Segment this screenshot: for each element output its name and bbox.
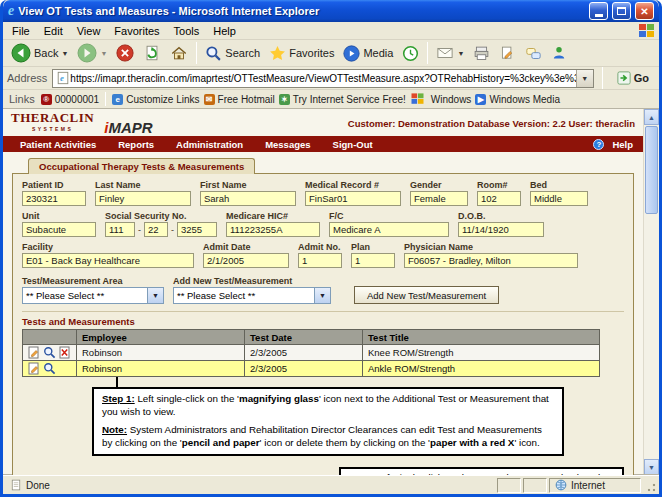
chevron-down-icon: ▼ xyxy=(147,288,163,303)
refresh-button[interactable] xyxy=(139,42,165,64)
admit-date-field: 2/1/2005 xyxy=(203,253,289,268)
link-item-windows-media[interactable]: ▶Windows Media xyxy=(475,94,560,105)
browser-viewport: THERACLINSYSTEMS iMAPR Customer: Demonst… xyxy=(3,109,659,475)
nav-administration[interactable]: Administration xyxy=(165,139,254,150)
hotmail-icon: ✉ xyxy=(204,94,215,105)
address-input[interactable]: e https://imapr.theraclin.com/imaprtest/… xyxy=(52,69,593,88)
icons-column-header xyxy=(23,330,77,345)
stop-button[interactable] xyxy=(112,42,138,64)
page-icon: e xyxy=(56,71,70,85)
menu-bar: File Edit View Favorites Tools Help xyxy=(3,22,659,40)
field-label: Bed xyxy=(530,180,588,190)
add-new-test-button[interactable]: Add New Test/Measurement xyxy=(354,286,499,304)
ssn-part-3: 3255 xyxy=(177,222,217,237)
address-dropdown-icon[interactable]: ▼ xyxy=(576,70,593,87)
magnifying-glass-icon[interactable] xyxy=(43,362,56,375)
edit-button[interactable] xyxy=(495,43,520,64)
magnifying-glass-icon[interactable] xyxy=(43,346,56,359)
nav-reports[interactable]: Reports xyxy=(107,139,165,150)
field-label: Admit No. xyxy=(298,242,342,252)
field-label: Admit Date xyxy=(203,242,289,252)
resize-grip[interactable] xyxy=(643,479,657,493)
employee-cell: Robinson xyxy=(77,345,245,361)
nav-sign-out[interactable]: Sign-Out xyxy=(322,139,384,150)
vertical-scrollbar[interactable]: ▲ ▼ xyxy=(643,109,659,475)
mail-button[interactable]: ▼ xyxy=(432,43,468,63)
link-item-free-hotmail[interactable]: ✉Free Hotmail xyxy=(204,94,275,105)
done-row: Done Note: Left single-click on the 'Don… xyxy=(250,467,624,475)
nav-help[interactable]: Help xyxy=(608,139,637,150)
test-measurement-area-select[interactable]: ** Please Select **▼ xyxy=(22,287,164,304)
windows-flag-icon xyxy=(639,24,654,38)
field-label: Physician Name xyxy=(404,242,578,252)
test-date-cell: 2/3/2005 xyxy=(245,361,363,377)
status-bar: Done Internet xyxy=(3,475,659,494)
field-label: Test/Measurement Area xyxy=(22,276,164,286)
zone-text: Internet xyxy=(571,480,605,491)
link-item-00000001[interactable]: ®00000001 xyxy=(41,94,100,105)
forward-dropdown-icon[interactable]: ▼ xyxy=(100,50,107,57)
menu-tools[interactable]: Tools xyxy=(167,24,207,38)
badge-icon: ® xyxy=(41,94,52,105)
go-button[interactable]: Go xyxy=(611,70,655,86)
address-url[interactable]: https://imapr.theraclin.com/imaprtest/OT… xyxy=(70,73,575,84)
menu-file[interactable]: File xyxy=(5,24,37,38)
menu-favorites[interactable]: Favorites xyxy=(107,24,166,38)
ssn-field-group: 111- 22- 3255 xyxy=(105,222,217,237)
close-button[interactable]: ✕ xyxy=(635,2,654,20)
search-button[interactable]: Search xyxy=(201,43,264,64)
scroll-up-button[interactable]: ▲ xyxy=(644,109,659,125)
mail-dropdown-icon[interactable]: ▼ xyxy=(457,50,464,57)
scrollbar-track[interactable] xyxy=(644,215,659,459)
add-new-test-select[interactable]: ** Please Select **▼ xyxy=(173,287,331,304)
toolbar-separator xyxy=(196,42,197,64)
maximize-button[interactable] xyxy=(612,2,631,20)
internet-zone-pane: Internet xyxy=(549,478,641,493)
scroll-down-button[interactable]: ▼ xyxy=(644,459,659,475)
table-header-row: Employee Test Date Test Title xyxy=(23,330,600,345)
nav-patient-activities[interactable]: Patient Activities xyxy=(9,139,107,150)
status-text: Done xyxy=(26,480,50,491)
menu-edit[interactable]: Edit xyxy=(37,24,70,38)
windows-flag-icon xyxy=(411,93,423,104)
address-label: Address xyxy=(7,72,47,84)
tab-ot-tests-measurements[interactable]: Occupational Therapy Tests & Measurement… xyxy=(28,158,255,174)
messenger-button[interactable] xyxy=(547,43,571,63)
back-button[interactable]: Back▼ xyxy=(7,41,72,65)
patient-id-field: 230321 xyxy=(22,191,86,206)
field-label: Plan xyxy=(351,242,395,252)
pencil-and-paper-icon[interactable] xyxy=(28,362,40,375)
browser-window: e View OT Tests and Measures - Microsoft… xyxy=(0,0,662,497)
links-label: Links xyxy=(9,93,35,105)
ie-logo-icon: e xyxy=(8,4,14,18)
back-dropdown-icon[interactable]: ▼ xyxy=(61,50,68,57)
paper-with-red-x-icon[interactable] xyxy=(59,346,71,359)
forward-button[interactable]: ▼ xyxy=(73,41,111,65)
title-bar: e View OT Tests and Measures - Microsoft… xyxy=(3,0,659,22)
address-bar: Address e https://imapr.theraclin.com/im… xyxy=(3,67,659,90)
link-item-customize-links[interactable]: eCustomize Links xyxy=(112,94,199,105)
status-pane xyxy=(523,478,547,493)
minimize-button[interactable] xyxy=(589,2,608,20)
link-item-try-internet-service[interactable]: ✶Try Internet Service Free! xyxy=(279,94,406,105)
home-button[interactable] xyxy=(166,42,192,64)
media-button[interactable]: Media xyxy=(339,43,397,64)
print-button[interactable] xyxy=(469,43,494,64)
facility-field: E01 - Back Bay Healthcare xyxy=(22,253,194,268)
fc-field: Medicare A xyxy=(329,222,449,237)
scrollbar-thumb[interactable] xyxy=(645,126,658,214)
discuss-button[interactable] xyxy=(521,44,546,63)
app-header: THERACLINSYSTEMS iMAPR Customer: Demonst… xyxy=(3,109,643,136)
history-button[interactable] xyxy=(398,43,423,64)
help-question-icon[interactable]: ? xyxy=(593,139,604,150)
ie-e-icon: e xyxy=(112,94,123,105)
favorites-button[interactable]: Favorites xyxy=(265,43,338,64)
menu-help[interactable]: Help xyxy=(206,24,243,38)
chevron-down-icon: ▼ xyxy=(314,288,330,303)
nav-messages[interactable]: Messages xyxy=(254,139,321,150)
link-item-windows[interactable]: Windows xyxy=(410,92,472,106)
go-icon xyxy=(617,71,631,85)
pencil-and-paper-icon[interactable] xyxy=(28,346,40,359)
instruction-callout-wrap: Step 1: Left single-click on the 'magnif… xyxy=(92,387,564,456)
menu-view[interactable]: View xyxy=(70,24,108,38)
